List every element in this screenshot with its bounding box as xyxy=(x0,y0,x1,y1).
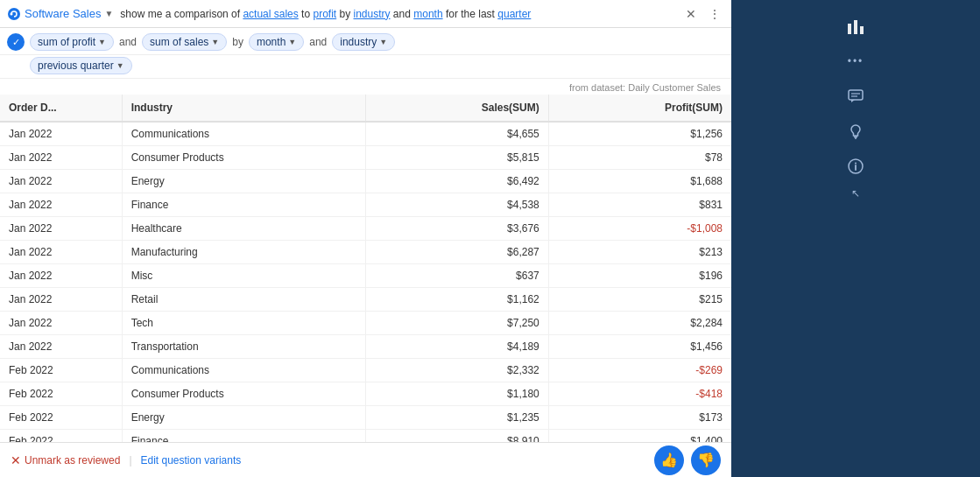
chip-sum-profit[interactable]: sum of profit ▼ xyxy=(30,33,114,51)
col-header-profit[interactable]: Profit(SUM) xyxy=(548,95,731,122)
table-row[interactable]: Jan 2022Retail$1,162$215 xyxy=(0,288,731,312)
app-dropdown-icon[interactable]: ▼ xyxy=(104,9,113,18)
cell-order-date: Jan 2022 xyxy=(0,193,122,217)
svg-rect-3 xyxy=(854,20,857,34)
cell-industry: Communications xyxy=(122,359,365,382)
header-bar: Software Sales ▼ show me a comparison of… xyxy=(0,0,731,28)
chip-sum-sales[interactable]: sum of sales ▼ xyxy=(142,33,227,51)
table-row[interactable]: Jan 2022Manufacturing$6,287$213 xyxy=(0,241,731,264)
bar-chart-icon xyxy=(846,17,865,36)
thumbup-button[interactable]: 👍 xyxy=(654,445,684,475)
cell-industry: Tech xyxy=(122,312,365,335)
more-options-button[interactable]: ⋮ xyxy=(705,5,724,23)
table-row[interactable]: Jan 2022Healthcare$3,676-$1,008 xyxy=(0,217,731,241)
cell-sales: $1,235 xyxy=(365,406,548,430)
comment-button[interactable] xyxy=(840,81,871,112)
cell-industry: Healthcare xyxy=(122,217,365,241)
query-profit: profit xyxy=(313,8,336,20)
cell-sales: $4,538 xyxy=(365,193,548,217)
edit-question-button[interactable]: Edit question variants xyxy=(141,454,242,466)
cell-sales: $2,332 xyxy=(365,359,548,382)
cell-industry: Retail xyxy=(122,288,365,312)
chip-month-arrow: ▼ xyxy=(288,38,296,46)
close-button[interactable]: ✕ xyxy=(682,5,700,23)
chip-and-1: and xyxy=(119,36,137,48)
col-header-sales[interactable]: Sales(SUM) xyxy=(365,95,548,122)
svg-point-12 xyxy=(855,163,857,165)
info-icon xyxy=(847,158,864,175)
table-row[interactable]: Jan 2022Tech$7,250$2,284 xyxy=(0,312,731,335)
cell-industry: Energy xyxy=(122,406,365,430)
table-row[interactable]: Jan 2022Consumer Products$5,815$78 xyxy=(0,146,731,170)
table-row[interactable]: Jan 2022Transportation$4,189$1,456 xyxy=(0,335,731,359)
chip-previous-quarter-arrow: ▼ xyxy=(116,61,124,70)
table-row[interactable]: Feb 2022Energy$1,235$173 xyxy=(0,406,731,430)
chip-month[interactable]: month ▼ xyxy=(249,33,304,51)
cell-industry: Finance xyxy=(122,193,365,217)
edit-label: Edit question variants xyxy=(141,454,242,466)
unmark-label: Unmark as reviewed xyxy=(25,454,120,466)
chips-row: ✓ sum of profit ▼ and sum of sales ▼ by … xyxy=(0,28,731,55)
main-panel: Software Sales ▼ show me a comparison of… xyxy=(0,0,731,477)
bar-chart-button[interactable] xyxy=(840,11,871,42)
cell-sales: $637 xyxy=(365,264,548,288)
app-logo: Software Sales ▼ xyxy=(7,7,113,21)
table-row[interactable]: Feb 2022Communications$2,332-$269 xyxy=(0,359,731,382)
cell-industry: Communications xyxy=(122,122,365,146)
cell-order-date: Jan 2022 xyxy=(0,288,122,312)
cell-order-date: Feb 2022 xyxy=(0,382,122,406)
cell-industry: Consumer Products xyxy=(122,146,365,170)
unmark-reviewed-button[interactable]: ✕ Unmark as reviewed xyxy=(11,453,120,467)
chip-sum-profit-arrow: ▼ xyxy=(98,38,106,46)
table-row[interactable]: Feb 2022Finance$8,910$1,400 xyxy=(0,430,731,443)
header-actions: ✕ ⋮ xyxy=(682,5,724,23)
lightbulb-button[interactable] xyxy=(840,116,871,147)
cell-profit: $831 xyxy=(548,193,731,217)
chip-by: by xyxy=(232,36,243,48)
info-button[interactable] xyxy=(840,151,871,182)
thumbdown-button[interactable]: 👎 xyxy=(691,445,721,475)
cell-order-date: Feb 2022 xyxy=(0,430,122,443)
logo-icon xyxy=(7,7,21,21)
cell-industry: Consumer Products xyxy=(122,382,365,406)
cell-profit: -$269 xyxy=(548,359,731,382)
cell-order-date: Jan 2022 xyxy=(0,312,122,335)
cell-profit: $196 xyxy=(548,264,731,288)
cell-sales: $4,655 xyxy=(365,122,548,146)
cell-profit: $215 xyxy=(548,288,731,312)
cell-sales: $6,492 xyxy=(365,170,548,193)
chip-previous-quarter[interactable]: previous quarter ▼ xyxy=(30,57,132,74)
cell-profit: -$418 xyxy=(548,382,731,406)
chip-sum-sales-arrow: ▼ xyxy=(211,38,219,46)
cell-profit: $1,688 xyxy=(548,170,731,193)
table-row[interactable]: Feb 2022Consumer Products$1,180-$418 xyxy=(0,382,731,406)
table-row[interactable]: Jan 2022Finance$4,538$831 xyxy=(0,193,731,217)
col-header-order-date[interactable]: Order D... xyxy=(0,95,122,122)
cell-profit: $1,400 xyxy=(548,430,731,443)
cell-sales: $1,180 xyxy=(365,382,548,406)
cursor-indicator: ↖ xyxy=(851,187,860,200)
more-dots-icon: ••• xyxy=(848,55,864,67)
thumbdown-icon: 👎 xyxy=(697,452,715,468)
chip-industry-arrow: ▼ xyxy=(379,38,387,46)
col-header-industry[interactable]: Industry xyxy=(122,95,365,122)
cell-industry: Manufacturing xyxy=(122,241,365,264)
data-table: Order D... Industry Sales(SUM) Profit(SU… xyxy=(0,95,731,442)
table-row[interactable]: Jan 2022Energy$6,492$1,688 xyxy=(0,170,731,193)
cell-profit: $78 xyxy=(548,146,731,170)
table-container[interactable]: Order D... Industry Sales(SUM) Profit(SU… xyxy=(0,95,731,442)
cell-order-date: Jan 2022 xyxy=(0,146,122,170)
cell-profit: $1,456 xyxy=(548,335,731,359)
more-dots-button[interactable]: ••• xyxy=(840,46,871,77)
query-actual-sales: actual sales xyxy=(243,8,298,20)
cell-sales: $4,189 xyxy=(365,335,548,359)
chips-row-2: previous quarter ▼ xyxy=(0,55,731,79)
table-row[interactable]: Jan 2022Communications$4,655$1,256 xyxy=(0,122,731,146)
cell-sales: $1,162 xyxy=(365,288,548,312)
sidebar-icons: ••• ↖ xyxy=(731,0,980,200)
query-quarter: quarter xyxy=(497,8,531,20)
cell-industry: Energy xyxy=(122,170,365,193)
check-icon: ✓ xyxy=(7,33,25,51)
table-row[interactable]: Jan 2022Misc$637$196 xyxy=(0,264,731,288)
chip-industry[interactable]: industry ▼ xyxy=(332,33,395,51)
